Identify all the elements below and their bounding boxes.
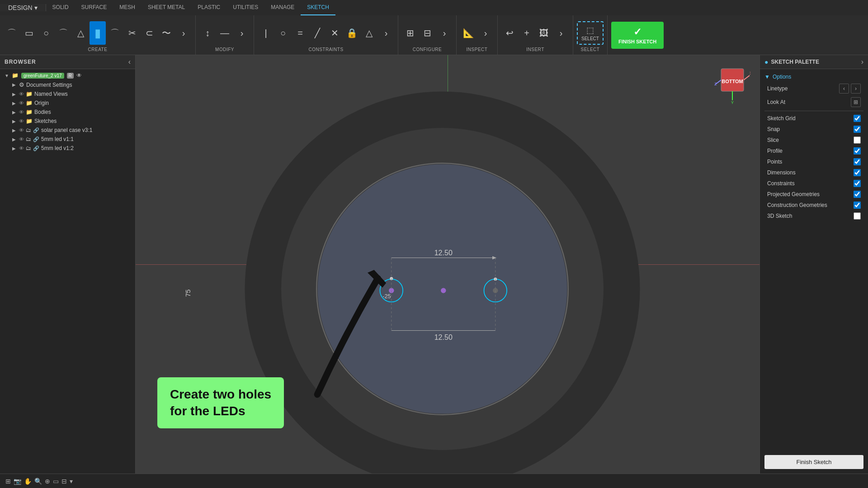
modify-label: MODIFY	[215, 47, 234, 53]
constraint-tool3[interactable]: =	[292, 21, 308, 45]
insert-tool3[interactable]: 🖼	[536, 21, 552, 45]
palette-options-label: Options	[773, 74, 791, 80]
select-button[interactable]: ⬚ SELECT	[577, 21, 604, 45]
palette-row-profile: Profile	[764, 145, 863, 156]
offset-tool[interactable]: ⊂	[141, 21, 157, 45]
view-cube[interactable]: BOTTOM X Y Z	[714, 64, 750, 111]
finish-sketch-label: FINISH SKETCH	[618, 39, 656, 44]
projected-geo-checkbox[interactable]	[854, 191, 861, 198]
tab-sketch[interactable]: SKETCH	[301, 0, 335, 15]
polygon-tool[interactable]: △	[72, 21, 89, 45]
arc-tool[interactable]: ⌒	[55, 21, 71, 45]
insert-label: INSERT	[526, 47, 544, 53]
modify-tool2[interactable]: —	[217, 21, 233, 45]
palette-options-header[interactable]: ▼ Options	[764, 72, 863, 82]
3d-sketch-checkbox[interactable]	[854, 212, 861, 220]
palette-expand-button[interactable]: ›	[861, 58, 863, 66]
views-status-icon[interactable]: ▭	[53, 478, 59, 485]
modify-tool1[interactable]: ↕	[199, 21, 216, 45]
browser-collapse-button[interactable]: ‹	[128, 58, 131, 66]
doc-settings-arrow: ▶	[11, 82, 17, 87]
finish-sketch-palette-button[interactable]: Finish Sketch	[764, 455, 863, 469]
projected-geo-label: Projected Geometries	[767, 191, 820, 197]
zoom-status-icon[interactable]: 🔍	[34, 478, 42, 485]
tab-plastic[interactable]: PLASTIC	[191, 0, 226, 15]
annotation-text-line1: Create two holes	[170, 387, 271, 401]
browser-item-bodies[interactable]: ▶ 👁 📁 Bodies	[0, 108, 135, 117]
insert-chevron[interactable]: ›	[553, 21, 569, 45]
create-label: CREATE	[88, 47, 108, 53]
zoomin-status-icon[interactable]: ⊕	[45, 478, 50, 485]
palette-row-constraints: Constraints	[764, 178, 863, 189]
dimensions-label: Dimensions	[767, 169, 796, 176]
browser-item-origin[interactable]: ▶ 👁 📁 Origin	[0, 99, 135, 108]
inspect-chevron[interactable]: ›	[477, 21, 494, 45]
circle-tool[interactable]: ○	[38, 21, 54, 45]
svg-text:X: X	[750, 71, 750, 75]
fillet-tool[interactable]: ⌒	[107, 21, 123, 45]
construction-geo-checkbox[interactable]	[854, 202, 861, 209]
hand-status-icon[interactable]: ✋	[24, 478, 32, 485]
browser-root[interactable]: ▼ 📁 greenFuture_2 v17 R 👁	[0, 71, 135, 80]
bodies-eye: 👁	[19, 109, 24, 115]
canvas-area[interactable]: 12.50 12.50 75 -25	[136, 55, 760, 474]
modify-chevron[interactable]: ›	[234, 21, 250, 45]
insert-tool2[interactable]: +	[519, 21, 535, 45]
constraints-chevron[interactable]: ›	[378, 21, 394, 45]
browser-item-solar-panel[interactable]: ▶ 👁 🗂 🔗 solar panel case v3:1	[0, 126, 135, 135]
browser-panel: BROWSER ‹ ▼ 📁 greenFuture_2 v17 R 👁 ▶ ⚙ …	[0, 55, 136, 474]
browser-item-led2[interactable]: ▶ 👁 🗂 🔗 5mm led v1:2	[0, 144, 135, 153]
line-tool[interactable]: ⌒	[4, 21, 20, 45]
dimensions-checkbox[interactable]	[854, 169, 861, 176]
tab-utilities[interactable]: UTILITIES	[226, 0, 264, 15]
slice-checkbox[interactable]	[854, 136, 861, 144]
insert-section: ↩ + 🖼 › INSERT	[498, 15, 573, 55]
rectangle-tool[interactable]: ▭	[21, 21, 37, 45]
insert-tool1[interactable]: ↩	[501, 21, 518, 45]
design-button[interactable]: DESIGN ▾	[0, 4, 46, 11]
browser-item-led1[interactable]: ▶ 👁 🗂 🔗 5mm led v1:1	[0, 135, 135, 144]
tab-mesh[interactable]: MESH	[113, 0, 142, 15]
browser-item-named-views[interactable]: ▶ 👁 📁 Named Views	[0, 89, 135, 99]
palette-dot: ●	[764, 58, 768, 66]
look-at-btn[interactable]: ⊞	[851, 97, 861, 107]
constraint-tool1[interactable]: |	[258, 21, 274, 45]
tab-manage[interactable]: MANAGE	[264, 0, 301, 15]
constraint-tool2[interactable]: ○	[275, 21, 291, 45]
palette-row-construction-geo: Construction Geometries	[764, 200, 863, 211]
sketch-grid-checkbox[interactable]	[854, 115, 861, 122]
browser-item-document-settings[interactable]: ▶ ⚙ Document Settings	[0, 80, 135, 89]
constraints-checkbox[interactable]	[854, 180, 861, 187]
svg-text:BOTTOM: BOTTOM	[722, 79, 743, 84]
configure-chevron[interactable]: ›	[436, 21, 453, 45]
spline-tool[interactable]: 〜	[158, 21, 175, 45]
display-status-icon[interactable]: ⊟	[61, 478, 67, 485]
points-checkbox[interactable]	[854, 158, 861, 165]
dim-25-text: -25	[382, 293, 391, 300]
create-chevron[interactable]: ›	[175, 21, 192, 45]
linetype-btn2[interactable]: ›	[851, 84, 861, 94]
constraint-tool6[interactable]: 🔒	[344, 21, 360, 45]
constraint-tool7[interactable]: △	[361, 21, 377, 45]
inspect-tool1[interactable]: 📐	[460, 21, 476, 45]
grid-status-icon[interactable]: ⊞	[5, 478, 11, 485]
linetype-btn1[interactable]: ‹	[839, 84, 849, 94]
rectangle-filled-tool[interactable]: ▮	[90, 21, 106, 45]
trim-tool[interactable]: ✂	[124, 21, 140, 45]
browser-item-sketches[interactable]: ▶ 👁 📁 Sketches	[0, 117, 135, 126]
tab-solid[interactable]: SOLID	[46, 0, 75, 15]
named-views-eye: 👁	[19, 91, 24, 97]
profile-checkbox[interactable]	[854, 147, 861, 155]
camera-status-icon[interactable]: 📷	[14, 478, 21, 485]
palette-spacer	[760, 224, 868, 450]
snap-checkbox[interactable]	[854, 126, 861, 133]
constraint-tool4[interactable]: ╱	[309, 21, 326, 45]
configure-tool2[interactable]: ⊟	[419, 21, 435, 45]
more-status-icon[interactable]: ▾	[70, 478, 73, 485]
finish-sketch-toolbar-button[interactable]: ✓ FINISH SKETCH	[611, 22, 664, 49]
tab-sheet-metal[interactable]: SHEET METAL	[142, 0, 191, 15]
configure-tool1[interactable]: ⊞	[402, 21, 418, 45]
tab-surface[interactable]: SURFACE	[75, 0, 113, 15]
linetype-buttons: ‹ ›	[839, 84, 861, 94]
constraint-tool5[interactable]: ✕	[326, 21, 343, 45]
